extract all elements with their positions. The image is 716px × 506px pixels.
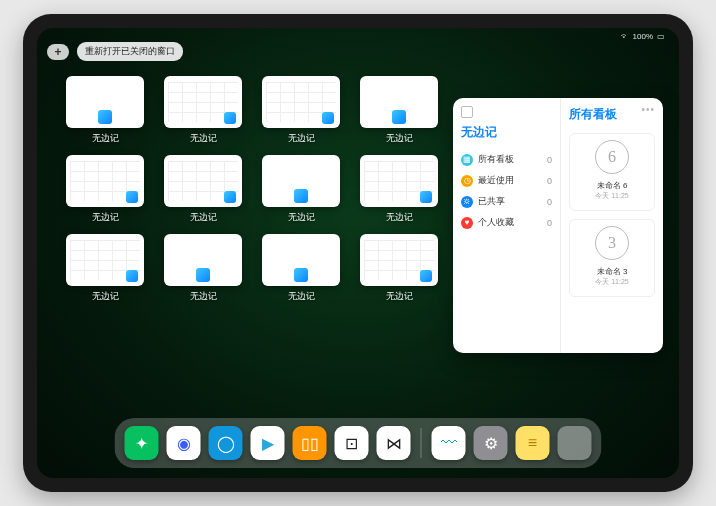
board-sketch-icon: 6 — [595, 140, 629, 174]
thumbnail-preview — [262, 76, 340, 128]
window-thumbnail[interactable]: 无边记 — [65, 234, 145, 303]
sidebar-item-label: 个人收藏 — [478, 216, 514, 229]
sidebar-item-count: 0 — [547, 155, 552, 165]
window-label: 无边记 — [92, 290, 119, 303]
panel-sidebar-title: 无边记 — [461, 124, 552, 141]
thumbnail-preview — [66, 155, 144, 207]
app-switcher-grid: 无边记无边记无边记无边记无边记无边记无边记无边记无边记无边记无边记无边记 — [65, 76, 435, 303]
thumbnail-preview — [262, 234, 340, 286]
window-thumbnail[interactable]: 无边记 — [65, 155, 145, 224]
window-thumbnail[interactable]: 无边记 — [359, 155, 439, 224]
board-time: 今天 11:25 — [595, 277, 628, 287]
more-icon[interactable]: ••• — [641, 104, 655, 115]
reopen-closed-window-button[interactable]: 重新打开已关闭的窗口 — [77, 42, 183, 61]
grid-icon: ▦ — [461, 154, 473, 166]
thumbnail-preview — [164, 234, 242, 286]
window-label: 无边记 — [288, 290, 315, 303]
dock-app-freeform[interactable]: 〰 — [432, 426, 466, 460]
dock-app-settings[interactable]: ⚙ — [474, 426, 508, 460]
panel-sidebar: 无边记 ▦所有看板0◷最近使用0⛭已共享0♥个人收藏0 — [453, 98, 561, 353]
window-thumbnail[interactable]: 无边记 — [163, 76, 243, 145]
sidebar-item-label: 已共享 — [478, 195, 505, 208]
dock-app-wechat[interactable]: ✦ — [125, 426, 159, 460]
dock-separator — [421, 428, 422, 458]
window-label: 无边记 — [92, 132, 119, 145]
screen: ᯤ 100% ▭ + 重新打开已关闭的窗口 无边记无边记无边记无边记无边记无边记… — [37, 28, 679, 478]
thumbnail-preview — [360, 234, 438, 286]
thumbnail-preview — [66, 234, 144, 286]
thumbnail-preview — [360, 155, 438, 207]
window-thumbnail[interactable]: 无边记 — [261, 234, 341, 303]
board-time: 今天 11:25 — [595, 191, 628, 201]
window-label: 无边记 — [92, 211, 119, 224]
dock-app-qqbrowser[interactable]: ◯ — [209, 426, 243, 460]
sidebar-item-count: 0 — [547, 197, 552, 207]
thumbnail-preview — [360, 76, 438, 128]
board-name: 未命名 3 — [597, 266, 628, 277]
window-thumbnail[interactable]: 无边记 — [261, 155, 341, 224]
dock: ✦◉◯▶▯▯⊡⋈〰⚙≡ — [115, 418, 602, 468]
window-label: 无边记 — [288, 132, 315, 145]
window-label: 无边记 — [288, 211, 315, 224]
window-label: 无边记 — [386, 132, 413, 145]
dock-app-quark[interactable]: ◉ — [167, 426, 201, 460]
sidebar-item-count: 0 — [547, 218, 552, 228]
freeform-panel[interactable]: 无边记 ▦所有看板0◷最近使用0⛭已共享0♥个人收藏0 ••• 所有看板 6未命… — [453, 98, 663, 353]
sidebar-item-heart[interactable]: ♥个人收藏0 — [461, 212, 552, 233]
board-card[interactable]: 3未命名 3今天 11:25 — [569, 219, 655, 297]
status-bar: ᯤ 100% ▭ — [621, 32, 665, 41]
board-sketch-icon: 3 — [595, 226, 629, 260]
dock-app-play[interactable]: ▶ — [251, 426, 285, 460]
board-card[interactable]: 6未命名 6今天 11:25 — [569, 133, 655, 211]
thumbnail-preview — [164, 155, 242, 207]
heart-icon: ♥ — [461, 217, 473, 229]
new-window-button[interactable]: + — [47, 44, 69, 60]
window-thumbnail[interactable]: 无边记 — [359, 234, 439, 303]
dock-app-connect[interactable]: ⋈ — [377, 426, 411, 460]
window-label: 无边记 — [190, 132, 217, 145]
window-thumbnail[interactable]: 无边记 — [163, 234, 243, 303]
window-thumbnail[interactable]: 无边记 — [163, 155, 243, 224]
window-label: 无边记 — [190, 290, 217, 303]
sidebar-item-grid[interactable]: ▦所有看板0 — [461, 149, 552, 170]
clock-icon: ◷ — [461, 175, 473, 187]
sidebar-item-label: 最近使用 — [478, 174, 514, 187]
dock-app-dice[interactable]: ⊡ — [335, 426, 369, 460]
sidebar-toggle-icon[interactable] — [461, 106, 473, 118]
thumbnail-preview — [66, 76, 144, 128]
people-icon: ⛭ — [461, 196, 473, 208]
window-thumbnail[interactable]: 无边记 — [261, 76, 341, 145]
dock-app-notes[interactable]: ≡ — [516, 426, 550, 460]
sidebar-item-people[interactable]: ⛭已共享0 — [461, 191, 552, 212]
board-name: 未命名 6 — [597, 180, 628, 191]
dock-app-books[interactable]: ▯▯ — [293, 426, 327, 460]
window-label: 无边记 — [386, 211, 413, 224]
window-thumbnail[interactable]: 无边记 — [65, 76, 145, 145]
thumbnail-preview — [164, 76, 242, 128]
battery-icon: ▭ — [657, 32, 665, 41]
window-thumbnail[interactable]: 无边记 — [359, 76, 439, 145]
window-label: 无边记 — [386, 290, 413, 303]
dock-folder[interactable] — [558, 426, 592, 460]
battery-label: 100% — [633, 32, 653, 41]
window-label: 无边记 — [190, 211, 217, 224]
wifi-icon: ᯤ — [621, 32, 629, 41]
sidebar-item-clock[interactable]: ◷最近使用0 — [461, 170, 552, 191]
top-bar: + 重新打开已关闭的窗口 — [47, 42, 183, 61]
sidebar-item-label: 所有看板 — [478, 153, 514, 166]
ipad-frame: ᯤ 100% ▭ + 重新打开已关闭的窗口 无边记无边记无边记无边记无边记无边记… — [23, 14, 693, 492]
sidebar-item-count: 0 — [547, 176, 552, 186]
thumbnail-preview — [262, 155, 340, 207]
panel-content: ••• 所有看板 6未命名 6今天 11:253未命名 3今天 11:25 — [561, 98, 663, 353]
